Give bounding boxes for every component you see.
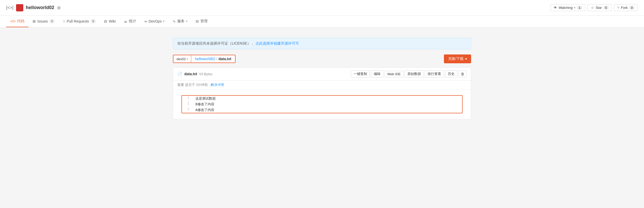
breadcrumb-box: dev02 ▾ helloworld02 / data.txt (173, 55, 236, 63)
branch-selector[interactable]: dev02 ▾ (173, 56, 191, 63)
line-code: B修改了内容 (192, 101, 462, 107)
tab-services[interactable]: ∿ 服务 ▾ (169, 16, 192, 27)
table-row: 3 A修改了内容 (182, 107, 462, 113)
tab-stats[interactable]: ⚌ 统计 (120, 16, 140, 27)
line-code: A修改了内容 (192, 107, 462, 113)
tab-wiki-label: Wiki (109, 19, 115, 23)
issues-badge: 0 (49, 19, 55, 23)
file-size: 53 Bytes (199, 72, 213, 76)
watching-dropdown-arrow: ▾ (574, 6, 575, 9)
code-highlight-box: 1 这是测试数据 2 B修改了内容 3 A修改了内容 (181, 95, 463, 113)
branch-dropdown-arrow: ▾ (187, 58, 188, 60)
fork-icon: ⑂ (617, 6, 619, 10)
webide-button[interactable]: Web IDE (384, 71, 404, 77)
tab-devops[interactable]: ∞ DevOps ▾ (140, 16, 169, 27)
line-code: 这是测试数据 (192, 96, 462, 101)
clone-dropdown-arrow: ▾ (465, 57, 467, 61)
raw-button[interactable]: 原始数据 (405, 70, 424, 78)
delete-button[interactable]: 🗑 (458, 71, 467, 77)
breadcrumb-row: dev02 ▾ helloworld02 / data.txt 克隆/下载 ▾ (173, 54, 471, 63)
watching-label: Watching (559, 6, 573, 10)
commit-separator: . (209, 83, 210, 87)
license-notice: 你当前开源项目尚未选择许可证（LICENSE）， 点此选择并创建开源许可可 (173, 38, 471, 49)
table-row: 1 这是测试数据 (182, 96, 462, 101)
history-button[interactable]: 历史 (445, 70, 457, 78)
tab-services-label: 服务 (177, 19, 185, 24)
services-dropdown-arrow: ▾ (186, 20, 187, 23)
code-table: 1 这是测试数据 2 B修改了内容 3 A修改了内容 (182, 96, 462, 113)
tab-manage-label: 管理 (200, 19, 208, 24)
star-count: 0 (603, 6, 609, 10)
tab-manage[interactable]: ⊟ 管理 (192, 16, 212, 27)
clone-btn-label: 克隆/下载 (448, 57, 464, 61)
tab-code-label: 代码 (17, 19, 24, 24)
top-bar: [<>] helloworld02 ⊕ 👁 Watching ▾ 1 ☆ Sta… (0, 0, 644, 16)
nav-tabs: </> 代码 ⊞ Issues 0 ⑂ Pull Requests 0 ⊟ Wi… (0, 16, 644, 27)
watching-button[interactable]: 👁 Watching ▾ 1 (550, 4, 586, 11)
commit-info: 念安 提交于 2分钟前 . 解决冲突 (173, 80, 471, 89)
manage-icon: ⊟ (196, 19, 199, 23)
wiki-icon: ⊟ (104, 19, 107, 23)
tab-code[interactable]: </> 代码 (6, 16, 28, 27)
trash-icon: 🗑 (461, 72, 464, 76)
fork-label: Fork (621, 6, 628, 10)
tab-devops-label: DevOps (149, 19, 162, 23)
copy-button[interactable]: 一键复制 (351, 70, 370, 78)
repo-settings-icon: ⊕ (57, 5, 61, 11)
repo-name: helloworld02 (26, 5, 54, 10)
commit-action: 提交于 (185, 83, 195, 87)
notice-link[interactable]: 点此选择并创建开源许可可 (255, 41, 299, 45)
star-button[interactable]: ☆ Star 0 (588, 4, 612, 11)
devops-icon: ∞ (144, 19, 147, 23)
branch-name: dev02 (177, 57, 186, 61)
code-brackets-icon: [<>] (6, 5, 13, 10)
star-icon: ☆ (591, 6, 594, 10)
file-header-left: 📄 data.txt 53 Bytes (177, 72, 212, 76)
tab-issues[interactable]: ⊞ Issues 0 (28, 16, 59, 27)
repo-actions: 👁 Watching ▾ 1 ☆ Star 0 ⑂ Fork 0 (550, 4, 638, 11)
code-icon: </> (10, 19, 16, 23)
devops-dropdown-arrow: ▾ (163, 20, 164, 23)
pr-badge: 0 (91, 19, 96, 23)
breadcrumb-separator: / (216, 57, 217, 61)
tab-pr-label: Pull Requests (67, 19, 89, 23)
blame-button[interactable]: 按行查看 (425, 70, 444, 78)
line-number: 2 (182, 101, 192, 107)
notice-text: 你当前开源项目尚未选择许可证（LICENSE）， (177, 41, 254, 45)
clone-download-button[interactable]: 克隆/下载 ▾ (444, 54, 471, 63)
line-number: 3 (182, 107, 192, 113)
table-row: 2 B修改了内容 (182, 101, 462, 107)
fork-count: 0 (629, 6, 634, 10)
file-doc-icon: 📄 (177, 72, 182, 76)
eye-icon: 👁 (554, 6, 557, 10)
repo-avatar (16, 4, 23, 11)
file-name-display: data.txt (184, 72, 197, 76)
file-card: 📄 data.txt 53 Bytes 一键复制 编辑 Web IDE 原始数据… (173, 67, 471, 119)
fork-button[interactable]: ⑂ Fork 0 (614, 4, 638, 11)
file-content: 1 这是测试数据 2 B修改了内容 3 A修改了内容 (173, 89, 471, 119)
tab-pull-requests[interactable]: ⑂ Pull Requests 0 (59, 16, 100, 27)
commit-message-link[interactable]: 解决冲突 (211, 83, 224, 87)
edit-button[interactable]: 编辑 (371, 70, 383, 78)
services-icon: ∿ (173, 19, 176, 23)
line-number: 1 (182, 96, 192, 101)
watching-count: 1 (577, 6, 582, 10)
tab-wiki[interactable]: ⊟ Wiki (100, 16, 120, 27)
issues-icon: ⊞ (33, 19, 36, 23)
stats-icon: ⚌ (124, 19, 127, 23)
tab-stats-label: 统计 (129, 19, 136, 24)
main-content: 你当前开源项目尚未选择许可证（LICENSE）， 点此选择并创建开源许可可 de… (167, 33, 477, 124)
commit-author: 念安 (177, 83, 184, 87)
breadcrumb-file: data.txt (218, 57, 231, 61)
tab-issues-label: Issues (37, 19, 48, 23)
file-breadcrumb-path: helloworld02 / data.txt (191, 55, 235, 63)
commit-time: 2分钟前 (196, 83, 208, 87)
star-label: Star (596, 6, 602, 10)
file-actions: 一键复制 编辑 Web IDE 原始数据 按行查看 历史 🗑 (351, 70, 467, 78)
repo-header-left: [<>] helloworld02 ⊕ (6, 4, 61, 11)
file-header: 📄 data.txt 53 Bytes 一键复制 编辑 Web IDE 原始数据… (173, 68, 471, 80)
breadcrumb-repo-link[interactable]: helloworld02 (195, 57, 215, 61)
pr-icon: ⑂ (63, 19, 65, 23)
